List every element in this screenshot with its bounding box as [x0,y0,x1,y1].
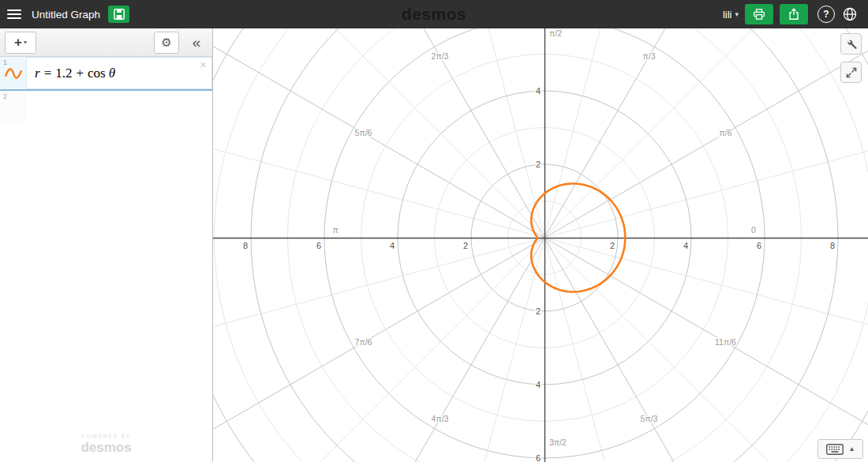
top-bar: Untitled Graph desmos lili ▾ [0,0,868,28]
svg-text:8: 8 [830,241,835,250]
expression-input[interactable]: r = 1.2 + cos θ [27,57,212,89]
help-button[interactable]: ? [817,6,835,23]
svg-text:5π/3: 5π/3 [641,414,658,423]
share-icon [788,8,800,21]
print-icon [753,8,765,21]
math-arg: θ [109,66,115,81]
svg-text:3π/2: 3π/2 [549,438,567,447]
curve-color-icon [4,64,23,83]
save-button[interactable] [108,6,129,23]
plus-icon: + [14,36,22,49]
polar-graph-canvas[interactable]: 22224444666880π/6π/3π/22π/35π/6π7π/64π/3… [213,28,868,462]
svg-text:8: 8 [243,241,248,250]
svg-text:2: 2 [536,306,541,316]
account-menu[interactable]: lili ▾ [723,9,739,21]
graph-title[interactable]: Untitled Graph [32,9,100,21]
svg-text:11π/6: 11π/6 [715,337,736,347]
expression-gutter: 2 [0,91,26,122]
svg-text:π: π [332,225,338,235]
svg-text:4: 4 [536,380,541,389]
graph-settings-button[interactable]: ⚙ [154,32,179,54]
svg-text:6: 6 [536,453,541,462]
default-viewport-button[interactable] [840,62,862,83]
expression-index: 1 [3,58,7,66]
graph-settings-wrench-button[interactable] [840,33,862,54]
expression-index: 2 [3,92,7,100]
expression-visibility-toggle[interactable]: 1 [0,57,27,89]
svg-text:2π/3: 2π/3 [432,51,449,61]
print-button[interactable] [745,4,773,24]
svg-text:2: 2 [536,160,541,169]
svg-text:π/3: π/3 [642,51,655,61]
chevron-down-icon: ▾ [735,10,739,18]
svg-text:4π/3: 4π/3 [432,414,449,423]
svg-text:4: 4 [536,86,541,96]
close-icon[interactable]: × [200,58,207,70]
math-var: r [35,66,40,81]
powered-by-label: powered by [0,434,212,439]
expand-arrows-icon [845,66,858,79]
expression-panel: + ▾ ⚙ « 1 r = 1.2 + cos θ × 2 [0,28,213,462]
math-rel: = [44,66,52,81]
svg-text:0: 0 [751,225,756,235]
svg-text:5π/6: 5π/6 [355,128,372,137]
svg-text:6: 6 [757,241,761,250]
top-bar-right: lili ▾ ? [723,4,868,24]
account-name: lili [723,9,732,21]
math-fn: cos [88,66,106,81]
hamburger-menu-button[interactable] [0,0,28,28]
polar-grid-major [213,28,868,462]
svg-text:7π/6: 7π/6 [355,337,372,347]
help-label: ? [823,9,829,20]
language-button[interactable] [841,6,859,23]
wrench-icon [844,37,858,51]
expression-row[interactable]: 1 r = 1.2 + cos θ × [0,57,212,91]
math-op: + [76,66,84,81]
globe-icon [842,6,858,22]
save-icon [113,8,125,21]
svg-text:6: 6 [316,241,321,250]
powered-by-desmos: powered by desmos [0,434,212,456]
desmos-watermark: desmos [0,440,212,456]
caret-up-icon: ▲ [849,445,855,453]
expression-row-empty[interactable]: 2 [0,91,212,122]
chevron-down-icon: ▾ [24,39,27,46]
svg-text:2: 2 [463,241,468,250]
svg-text:2: 2 [610,241,615,250]
share-button[interactable] [780,4,808,24]
svg-text:4: 4 [683,241,688,250]
svg-text:4: 4 [390,241,395,250]
gear-icon: ⚙ [161,36,171,50]
graph-paper: 22224444666880π/6π/3π/22π/35π/6π7π/64π/3… [213,28,868,462]
keyboard-toggle-button[interactable]: ▲ [817,439,863,459]
add-expression-button[interactable]: + ▾ [5,32,36,54]
math-num: 1.2 [55,66,72,81]
svg-text:π/6: π/6 [719,128,731,137]
expression-toolbar: + ▾ ⚙ « [0,28,212,57]
collapse-panel-button[interactable]: « [185,32,208,53]
svg-text:π/2: π/2 [549,28,562,38]
collapse-icon: « [193,34,201,51]
keyboard-icon [826,444,844,455]
